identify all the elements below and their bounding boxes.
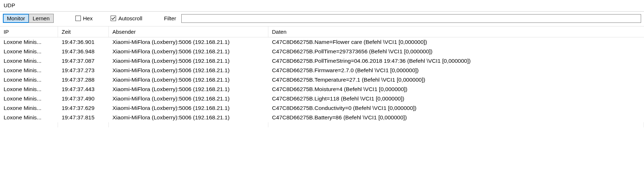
- cell-zeit: 19:47:36.948: [58, 47, 109, 56]
- hex-checkbox[interactable]: [75, 16, 81, 21]
- table-row[interactable]: Loxone Minis...19:47:37.490Xiaomi-MiFlor…: [0, 94, 644, 103]
- cell-absender: Xiaomi-MiFlora (Loxberry):5006 (192.168.…: [109, 94, 268, 103]
- cell-absender: Xiaomi-MiFlora (Loxberry):5006 (192.168.…: [109, 75, 268, 85]
- cell-zeit: 19:47:37.273: [58, 66, 109, 75]
- cell-zeit: 19:47:36.901: [58, 37, 109, 47]
- check-icon: [111, 16, 115, 20]
- window-title: UDP: [0, 0, 644, 12]
- hex-checkbox-group[interactable]: Hex: [75, 15, 93, 21]
- cell-absender: Xiaomi-MiFlora (Loxberry):5006 (192.168.…: [109, 56, 268, 66]
- column-header-zeit[interactable]: Zeit: [58, 26, 109, 37]
- table-row[interactable]: Loxone Minis...19:47:37.815Xiaomi-MiFlor…: [0, 113, 644, 122]
- table-footer-separators: [0, 122, 644, 127]
- udp-monitor-window: UDP Monitor Lernen Hex Autoscroll Filter…: [0, 0, 644, 127]
- cell-daten: C47C8D66275B.Name=Flower care (Befehl \V…: [268, 37, 644, 47]
- cell-ip: Loxone Minis...: [0, 85, 58, 94]
- table-body: Loxone Minis...19:47:36.901Xiaomi-MiFlor…: [0, 37, 644, 122]
- table-row[interactable]: Loxone Minis...19:47:36.948Xiaomi-MiFlor…: [0, 47, 644, 56]
- table-row[interactable]: Loxone Minis...19:47:36.901Xiaomi-MiFlor…: [0, 37, 644, 47]
- cell-zeit: 19:47:37.629: [58, 103, 109, 113]
- table-row[interactable]: Loxone Minis...19:47:37.288Xiaomi-MiFlor…: [0, 75, 644, 85]
- lernen-button[interactable]: Lernen: [29, 14, 54, 23]
- table-row[interactable]: Loxone Minis...19:47:37.087Xiaomi-MiFlor…: [0, 56, 644, 66]
- cell-daten: C47C8D66275B.Conductivity=0 (Befehl \VCI…: [268, 103, 644, 113]
- cell-zeit: 19:47:37.087: [58, 56, 109, 66]
- cell-daten: C47C8D66275B.Light=118 (Befehl \VCI1 [0,…: [268, 94, 644, 103]
- filter-label: Filter: [164, 15, 176, 21]
- filter-input[interactable]: [181, 14, 641, 23]
- cell-zeit: 19:47:37.288: [58, 75, 109, 85]
- autoscroll-label: Autoscroll: [118, 15, 142, 21]
- hex-label: Hex: [83, 15, 93, 21]
- cell-ip: Loxone Minis...: [0, 75, 58, 85]
- cell-absender: Xiaomi-MiFlora (Loxberry):5006 (192.168.…: [109, 85, 268, 94]
- cell-zeit: 19:47:37.815: [58, 113, 109, 122]
- packets-table: IP Zeit Absender Daten Loxone Minis...19…: [0, 26, 644, 127]
- column-header-absender[interactable]: Absender: [109, 26, 268, 37]
- cell-ip: Loxone Minis...: [0, 56, 58, 66]
- cell-daten: C47C8D66275B.Moisture=4 (Befehl \VCI1 [0…: [268, 85, 644, 94]
- column-header-ip[interactable]: IP: [0, 26, 58, 37]
- cell-ip: Loxone Minis...: [0, 66, 58, 75]
- table-row[interactable]: Loxone Minis...19:47:37.629Xiaomi-MiFlor…: [0, 103, 644, 113]
- cell-daten: C47C8D66275B.Firmware=2.7.0 (Befehl \VCI…: [268, 66, 644, 75]
- cell-daten: C47C8D66275B.Battery=86 (Befehl \VCI1 [0…: [268, 113, 644, 122]
- cell-absender: Xiaomi-MiFlora (Loxberry):5006 (192.168.…: [109, 47, 268, 56]
- cell-absender: Xiaomi-MiFlora (Loxberry):5006 (192.168.…: [109, 37, 268, 47]
- autoscroll-checkbox[interactable]: [111, 16, 116, 21]
- cell-absender: Xiaomi-MiFlora (Loxberry):5006 (192.168.…: [109, 103, 268, 113]
- toolbar: Monitor Lernen Hex Autoscroll Filter: [0, 12, 644, 26]
- cell-zeit: 19:47:37.443: [58, 85, 109, 94]
- column-header-daten[interactable]: Daten: [268, 26, 644, 37]
- cell-absender: Xiaomi-MiFlora (Loxberry):5006 (192.168.…: [109, 66, 268, 75]
- table-row[interactable]: Loxone Minis...19:47:37.273Xiaomi-MiFlor…: [0, 66, 644, 75]
- cell-daten: C47C8D66275B.PollTimeString=04.06.2018 1…: [268, 56, 644, 66]
- table-row[interactable]: Loxone Minis...19:47:37.443Xiaomi-MiFlor…: [0, 85, 644, 94]
- cell-absender: Xiaomi-MiFlora (Loxberry):5006 (192.168.…: [109, 113, 268, 122]
- autoscroll-checkbox-group[interactable]: Autoscroll: [111, 15, 142, 21]
- cell-ip: Loxone Minis...: [0, 37, 58, 47]
- cell-ip: Loxone Minis...: [0, 113, 58, 122]
- cell-ip: Loxone Minis...: [0, 94, 58, 103]
- cell-zeit: 19:47:37.490: [58, 94, 109, 103]
- cell-ip: Loxone Minis...: [0, 103, 58, 113]
- monitor-button[interactable]: Monitor: [3, 14, 29, 23]
- cell-daten: C47C8D66275B.PollTime=297373656 (Befehl …: [268, 47, 644, 56]
- table-header: IP Zeit Absender Daten: [0, 26, 644, 37]
- cell-ip: Loxone Minis...: [0, 47, 58, 56]
- cell-daten: C47C8D66275B.Temperature=27.1 (Befehl \V…: [268, 75, 644, 85]
